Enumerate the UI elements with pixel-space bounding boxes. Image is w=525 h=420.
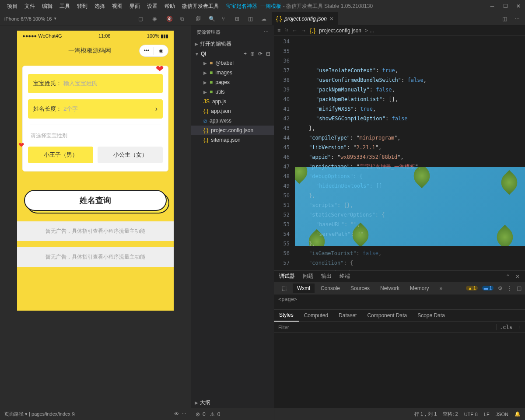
close-button[interactable]: ✕ [515, 3, 522, 9]
minimize-button[interactable]: ─ [489, 3, 495, 9]
collapse-icon[interactable]: ⊟ [266, 51, 270, 57]
menu-settings[interactable]: 设置 [144, 1, 161, 12]
breadcrumb-file[interactable]: project.config.json [319, 28, 361, 34]
subtab-more-icon[interactable]: » [435, 284, 447, 293]
computed-tab[interactable]: Computed [299, 312, 333, 318]
record-icon[interactable]: ◉ [152, 16, 158, 22]
info-badge[interactable]: ▬ 1 [482, 286, 494, 290]
filter-input[interactable] [278, 325, 497, 330]
search-name-button[interactable]: 姓名查询 [24, 190, 167, 211]
subtab-console[interactable]: Console [316, 284, 344, 293]
menu-edit[interactable]: 编辑 [38, 1, 56, 12]
status-bar-editor: 行 1，列 1 空格: 2 UTF-8 LF JSON 🔔 [274, 408, 525, 420]
lang-info[interactable]: JSON [496, 412, 508, 417]
search-icon[interactable]: 🔍 [209, 16, 215, 22]
file-app.wxss[interactable]: ⧄app.wxss [191, 116, 274, 126]
branch-icon[interactable]: ⑂ [222, 16, 228, 22]
styles-tab[interactable]: Styles [274, 309, 299, 322]
file-pages[interactable]: ▶■pages [191, 77, 274, 87]
panel-icon[interactable]: ◫ [248, 16, 254, 22]
tab-problems[interactable]: 问题 [303, 273, 313, 280]
component-data-tab[interactable]: Component Data [362, 312, 412, 318]
error-icon[interactable]: ⊗ [196, 411, 200, 417]
more-icon[interactable]: ⋯ [182, 411, 186, 416]
file-project.config.json[interactable]: {.}project.config.json [191, 126, 274, 135]
capsule-menu-icon[interactable]: ••• [140, 48, 154, 54]
file-sitemap.json[interactable]: {.}sitemap.json [191, 135, 274, 145]
copy-icon[interactable]: ⎘ [72, 411, 75, 416]
cloud-icon[interactable]: ☁ [261, 16, 267, 22]
encoding-info[interactable]: UTF-8 [464, 412, 478, 417]
project-root[interactable]: ▼QI + ⊕ ⟳ ⊟ [191, 49, 274, 58]
surname-field[interactable]: 宝宝姓氏： 输入宝宝姓氏 [28, 74, 163, 93]
split-icon[interactable]: ◫ [502, 16, 508, 22]
capsule-button[interactable]: ••• ◉ [139, 45, 168, 57]
notification-icon[interactable]: 🔔 [514, 411, 521, 417]
close-tab-icon[interactable]: ✕ [329, 16, 334, 22]
code-editor[interactable]: 3435363738394041424344454647484950515253… [274, 36, 525, 270]
back-icon[interactable]: ← [292, 28, 298, 34]
explorer-more-icon[interactable]: ⋯ [264, 29, 269, 35]
menu-select[interactable]: 选择 [91, 1, 108, 12]
menu-file[interactable]: 文件 [21, 1, 38, 12]
dots-icon[interactable]: ⋮ [507, 285, 512, 291]
tab-output[interactable]: 输出 [321, 273, 332, 280]
popup-icon[interactable]: ⧉ [180, 16, 186, 22]
menu-icon[interactable]: ≡ [277, 28, 280, 34]
file-utils[interactable]: ▶■utils [191, 87, 274, 97]
new-file-icon[interactable]: + [244, 51, 247, 57]
file-app.json[interactable]: {.}app.json [191, 106, 274, 116]
more-icon[interactable]: ⋯ [514, 16, 521, 22]
menu-wechat-devtools[interactable]: 微信开发者工具 [178, 1, 222, 12]
cursor-position[interactable]: 行 1，列 1 [414, 411, 437, 417]
add-style-icon[interactable]: + [515, 324, 521, 330]
close-devtools-icon[interactable]: ✕ [515, 273, 520, 280]
tab-debugger[interactable]: 调试器 [279, 273, 295, 280]
forward-icon[interactable]: → [301, 28, 306, 34]
subtab-wxml[interactable]: Wxml [293, 284, 315, 293]
menu-project[interactable]: 项目 [4, 1, 21, 12]
menu-interface[interactable]: 界面 [126, 1, 144, 12]
file-@babel[interactable]: ▶■@babel [191, 58, 274, 68]
menu-view[interactable]: 视图 [108, 1, 126, 12]
length-field[interactable]: 姓名长度： 2个字 › [28, 99, 163, 119]
file-images[interactable]: ▶■images [191, 68, 274, 77]
chevron-up-icon[interactable]: ⌃ [506, 273, 510, 280]
menu-help[interactable]: 帮助 [161, 1, 178, 12]
warning-icon[interactable]: ⚠ [210, 411, 215, 417]
device-icon[interactable]: ▢ [138, 16, 144, 22]
eye-icon[interactable]: 👁 [174, 411, 179, 416]
ext-icon[interactable]: ⊞ [235, 16, 241, 22]
indent-info[interactable]: 空格: 2 [443, 411, 458, 417]
page-tag[interactable]: <page> [274, 294, 525, 304]
editor-tab[interactable]: {.} project.config.json ✕ [272, 12, 338, 25]
mute-icon[interactable]: 🔇 [166, 16, 172, 22]
refresh-icon[interactable]: ⟳ [258, 51, 262, 57]
maximize-button[interactable]: ☐ [502, 3, 508, 9]
subtab-sources[interactable]: Sources [346, 284, 374, 293]
eol-info[interactable]: LF [484, 412, 490, 417]
dock-icon[interactable]: ◫ [517, 285, 522, 291]
boy-button[interactable]: 小王子（男） [28, 147, 93, 163]
scope-data-tab[interactable]: Scope Data [412, 312, 450, 318]
new-folder-icon[interactable]: ⊕ [250, 51, 255, 57]
outline-section[interactable]: ▶大纲 [191, 397, 274, 408]
status-bar-explorer: ⊗0 ⚠0 [191, 408, 274, 420]
menu-goto[interactable]: 转到 [74, 1, 91, 12]
warning-badge[interactable]: ▲ 1 [466, 286, 477, 290]
file-app.js[interactable]: JSapp.js [191, 97, 274, 106]
files-icon[interactable]: 🗐 [196, 16, 202, 22]
bookmark-icon[interactable]: ⚐ [284, 28, 289, 34]
subtab-memory[interactable]: Memory [406, 284, 433, 293]
dataset-tab[interactable]: Dataset [333, 312, 362, 318]
capsule-close-icon[interactable]: ◉ [154, 48, 168, 54]
cls-toggle[interactable]: .cls [497, 324, 515, 330]
girl-button[interactable]: 小公主（女） [98, 147, 163, 163]
device-selector[interactable]: iPhone 6/7/8 100% 16 ▼ [4, 16, 57, 21]
open-editors-section[interactable]: ▶打开的编辑器 [191, 38, 274, 49]
tab-terminal[interactable]: 终端 [340, 273, 350, 280]
gear-icon[interactable]: ⚙ [498, 285, 503, 291]
menu-tools[interactable]: 工具 [56, 1, 74, 12]
subtab-network[interactable]: Network [376, 284, 404, 293]
inspect-icon[interactable]: ⬚ [277, 284, 291, 293]
